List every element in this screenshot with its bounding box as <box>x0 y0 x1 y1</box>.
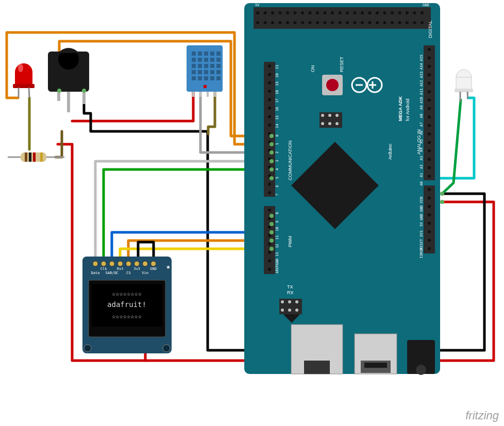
pin-label: A12 <box>419 80 424 87</box>
svg-rect-160 <box>204 52 208 56</box>
svg-point-30 <box>361 11 364 14</box>
svg-point-41 <box>398 21 401 24</box>
svg-rect-171 <box>210 64 214 68</box>
svg-point-198 <box>18 64 23 72</box>
pin-label: 16 <box>275 107 279 111</box>
attribution-label: fritzing <box>465 409 499 422</box>
pin-label: 21 <box>275 65 279 69</box>
digital-label: DIGITAL <box>428 21 433 38</box>
svg-point-74 <box>268 98 271 101</box>
svg-rect-187 <box>204 85 207 88</box>
pin-label: A6 <box>419 131 424 135</box>
svg-point-135 <box>328 122 331 125</box>
pin-label: 13 <box>275 252 279 257</box>
board-model-1: MEGA ADK <box>398 96 403 121</box>
svg-rect-181 <box>210 76 214 80</box>
resistor <box>8 152 64 162</box>
svg-rect-53 <box>304 361 330 374</box>
svg-point-137 <box>281 300 284 303</box>
svg-point-72 <box>268 81 271 84</box>
svg-point-62 <box>326 79 339 91</box>
svg-point-24 <box>339 11 342 14</box>
svg-point-73 <box>268 90 271 93</box>
svg-point-37 <box>383 21 387 24</box>
svg-point-118 <box>270 134 274 138</box>
svg-rect-204 <box>40 152 43 162</box>
dht11-sensor <box>187 45 223 97</box>
svg-point-105 <box>428 141 431 144</box>
svg-point-142 <box>295 309 298 312</box>
red-led <box>13 63 35 98</box>
svg-point-193 <box>57 89 61 93</box>
svg-point-155 <box>163 345 170 352</box>
svg-point-35 <box>376 21 379 24</box>
svg-rect-174 <box>198 70 202 74</box>
svg-rect-201 <box>25 152 27 162</box>
svg-rect-184 <box>199 92 201 97</box>
pin-label: A7 <box>419 122 424 126</box>
svg-rect-207 <box>455 89 473 92</box>
pin-label: 7 <box>275 194 279 196</box>
pin-label: A8 <box>419 114 424 118</box>
arduino-mega-adk-board: 5VGND RESET <box>244 3 444 375</box>
svg-rect-206 <box>456 77 472 90</box>
svg-point-122 <box>270 167 274 172</box>
svg-rect-192 <box>82 92 86 104</box>
pin-label: 17 <box>275 98 279 103</box>
pin-label: 5V <box>419 221 424 226</box>
svg-point-17 <box>309 21 312 24</box>
pin-label: A1 <box>419 173 424 177</box>
pin-label: 10 <box>275 227 279 231</box>
svg-point-149 <box>135 261 140 266</box>
svg-point-134 <box>321 122 324 125</box>
svg-point-102 <box>428 115 431 118</box>
svg-point-97 <box>428 73 431 76</box>
svg-point-96 <box>428 65 431 68</box>
svg-point-46 <box>421 11 424 14</box>
pin-label: 20 <box>275 73 279 77</box>
svg-rect-197 <box>13 84 35 88</box>
svg-point-127 <box>270 238 274 243</box>
svg-point-7 <box>271 21 274 24</box>
svg-point-99 <box>428 90 431 93</box>
pin-label: A9 <box>419 105 424 109</box>
svg-point-109 <box>428 175 431 178</box>
svg-point-32 <box>368 11 372 14</box>
svg-point-22 <box>331 11 334 14</box>
oled-line3: ☆☆☆☆☆☆☆☆ <box>112 313 142 320</box>
svg-rect-159 <box>198 52 202 56</box>
pin-label: GND <box>419 214 424 220</box>
svg-rect-183 <box>192 92 194 97</box>
pin-label: 8 <box>275 212 279 214</box>
svg-point-12 <box>294 11 297 14</box>
svg-point-25 <box>339 21 342 24</box>
oled-pin-label: 3v3 <box>133 267 140 271</box>
svg-rect-161 <box>210 52 214 56</box>
pin-label: 11 <box>275 235 279 240</box>
svg-point-146 <box>109 261 114 266</box>
pin-label: 5V <box>255 3 260 7</box>
reset-button[interactable] <box>322 75 343 95</box>
svg-point-145 <box>101 261 106 266</box>
svg-point-15 <box>301 21 304 24</box>
svg-point-98 <box>428 82 431 85</box>
svg-point-154 <box>84 345 91 352</box>
oled-pin-label: Vin <box>142 271 148 275</box>
svg-point-71 <box>268 73 271 76</box>
oled-pin-label: Data <box>91 271 100 275</box>
svg-point-39 <box>391 21 394 24</box>
svg-point-92 <box>268 259 271 262</box>
svg-point-147 <box>117 261 123 266</box>
svg-point-9 <box>279 21 282 24</box>
pin-label: A0 <box>419 181 424 185</box>
svg-point-150 <box>143 261 148 266</box>
svg-point-117 <box>428 247 431 250</box>
pin-label: A15 <box>419 55 424 61</box>
svg-point-31 <box>361 21 364 24</box>
svg-point-20 <box>324 11 327 14</box>
svg-point-136 <box>335 122 339 125</box>
svg-point-129 <box>440 192 444 196</box>
on-label: ON <box>310 65 315 73</box>
pin-label: A2 <box>419 164 424 168</box>
pin-label: 3V3 <box>419 231 424 237</box>
